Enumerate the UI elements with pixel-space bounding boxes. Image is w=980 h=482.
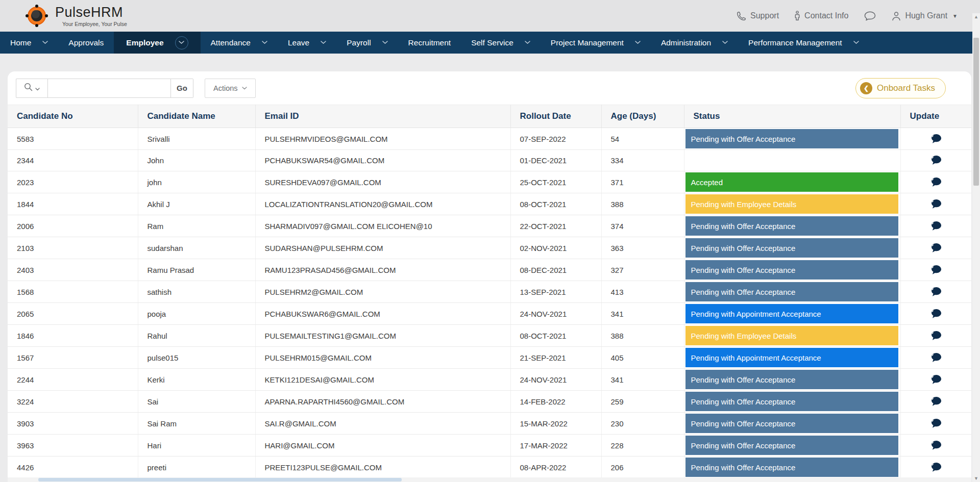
nav-item-label: Recruitment [408,38,451,47]
cell-rollout-date: 07-SEP-2022 [510,128,601,150]
nav-item-project-management[interactable]: Project Management [541,32,651,54]
cell-candidate-name: Kerki [138,369,255,391]
cell-age-days: 371 [601,171,684,193]
nav-item-label: Home [10,38,31,47]
column-header-email-id[interactable]: Email ID [255,105,510,128]
column-header-update[interactable]: Update [900,105,971,128]
cell-update [900,281,971,303]
cell-candidate-no: 2244 [8,369,138,391]
scroll-up-icon[interactable]: ▲ [972,13,980,20]
nav-item-self-service[interactable]: Self Service [461,32,541,54]
actions-button[interactable]: Actions [205,79,256,98]
status-badge: Pending with Offer Acceptance [685,216,898,236]
update-comment-icon[interactable] [925,307,947,321]
nav-item-label: Self Service [471,38,513,47]
cell-status: Pending with Offer Acceptance [684,259,900,281]
update-comment-icon[interactable] [925,132,947,146]
report-toolbar: Go Actions ❮ Onboard Tasks [8,71,971,105]
cell-status: Pending with Offer Acceptance [684,215,900,237]
chevron-down-icon [321,41,326,44]
status-badge: Pending with Offer Acceptance [685,238,898,258]
nav-item-label: Attendance [211,38,251,47]
update-comment-icon[interactable] [925,285,947,299]
nav-item-leave[interactable]: Leave [278,32,336,54]
cell-email-id: APARNA.RAPARTHI4560@GMAIL.COM [255,391,510,413]
horizontal-scrollbar[interactable] [8,477,971,482]
nav-item-home[interactable]: Home [0,32,58,54]
column-header-candidate-no[interactable]: Candidate No [8,105,138,128]
column-header-rollout-date[interactable]: Rollout Date [510,105,601,128]
cell-candidate-no: 1844 [8,193,138,215]
cell-candidate-no: 3903 [8,413,138,435]
update-comment-icon[interactable] [925,197,947,212]
cell-rollout-date: 08-APR-2022 [510,456,601,478]
update-comment-icon[interactable] [925,438,947,453]
cell-update [900,259,971,281]
cell-candidate-no: 3224 [8,391,138,413]
cell-rollout-date: 17-MAR-2022 [510,435,601,456]
update-comment-icon[interactable] [925,153,947,168]
table-row: 2103sudarshanSUDARSHAN@PULSEHRM.COM02-NO… [8,237,971,259]
cell-email-id: SUDARSHAN@PULSEHRM.COM [255,237,510,259]
cell-update [900,193,971,215]
status-badge: Pending with Appointment Acceptance [685,348,898,367]
column-header-status[interactable]: Status [684,105,900,128]
chevron-down-icon [382,41,388,44]
search-input[interactable] [47,79,171,98]
chevron-down-icon [525,41,530,44]
scroll-down-icon[interactable]: ▼ [972,475,980,482]
cell-age-days: 363 [601,237,684,259]
update-comment-icon[interactable] [925,416,947,431]
update-comment-icon[interactable] [925,460,947,475]
main-nav: HomeApprovalsEmployeeAttendanceLeavePayr… [0,32,980,54]
user-name: Hugh Grant [905,11,947,20]
support-link[interactable]: Support [737,11,779,21]
update-comment-icon[interactable] [925,350,947,365]
status-badge: Pending with Offer Acceptance [685,436,898,455]
cell-email-id: LOCALIZATIONTRANSLATION20@GMAIL.COM [255,193,510,215]
contact-info-link[interactable]: Contact Info [794,11,848,21]
phone-icon [737,11,746,21]
vertical-scrollbar[interactable]: ▲ ▼ [972,13,980,482]
cell-status [684,150,900,171]
nav-item-label: Employee [126,38,163,47]
nav-item-recruitment[interactable]: Recruitment [398,32,461,54]
horizontal-scrollbar-thumb[interactable] [38,478,402,481]
nav-item-administration[interactable]: Administration [651,32,738,54]
update-comment-icon[interactable] [925,241,947,256]
nav-item-label: Payroll [347,38,371,47]
search-column-selector[interactable] [16,79,47,98]
cell-email-id: PCHABUKSWAR6@GMAIL.COM [255,303,510,325]
cell-candidate-name: Sai Ram [138,413,255,435]
update-comment-icon[interactable] [925,372,947,387]
cell-email-id: PREETI123PULSE@GMAIL.COM [255,456,510,478]
nav-item-payroll[interactable]: Payroll [336,32,398,54]
update-comment-icon[interactable] [925,219,947,234]
go-button[interactable]: Go [171,79,193,98]
update-comment-icon[interactable] [925,263,947,277]
nav-item-label: Administration [661,38,711,47]
chevron-down-icon [722,41,728,44]
column-header-candidate-name[interactable]: Candidate Name [138,105,255,128]
table-row: 1567pulse015PULSEHRM015@GMAIL.COM21-SEP-… [8,347,971,369]
update-comment-icon[interactable] [925,328,947,343]
cell-rollout-date: 08-OCT-2021 [510,193,601,215]
onboard-tasks-button[interactable]: ❮ Onboard Tasks [855,78,946,98]
nav-item-approvals[interactable]: Approvals [58,32,114,54]
nav-item-attendance[interactable]: Attendance [201,32,278,54]
update-comment-icon[interactable] [925,394,947,409]
user-menu[interactable]: Hugh Grant ▼ [892,11,958,21]
table-row: 4426preetiPREETI123PULSE@GMAIL.COM08-APR… [8,456,971,478]
nav-item-employee[interactable]: Employee [114,32,200,54]
chat-button[interactable] [864,11,876,21]
update-comment-icon[interactable] [925,175,947,190]
nav-item-performance-management[interactable]: Performance Management [738,32,869,54]
cell-status: Pending with Appointment Acceptance [684,303,900,325]
cell-status: Pending with Offer Acceptance [684,369,900,391]
cell-age-days: 259 [601,391,684,413]
chevron-down-icon [635,41,641,44]
vertical-scrollbar-thumb[interactable] [973,38,979,186]
column-header-age-days[interactable]: Age (Days) [601,105,684,128]
cell-candidate-no: 2403 [8,259,138,281]
cell-email-id: PULSEHRM015@GMAIL.COM [255,347,510,369]
